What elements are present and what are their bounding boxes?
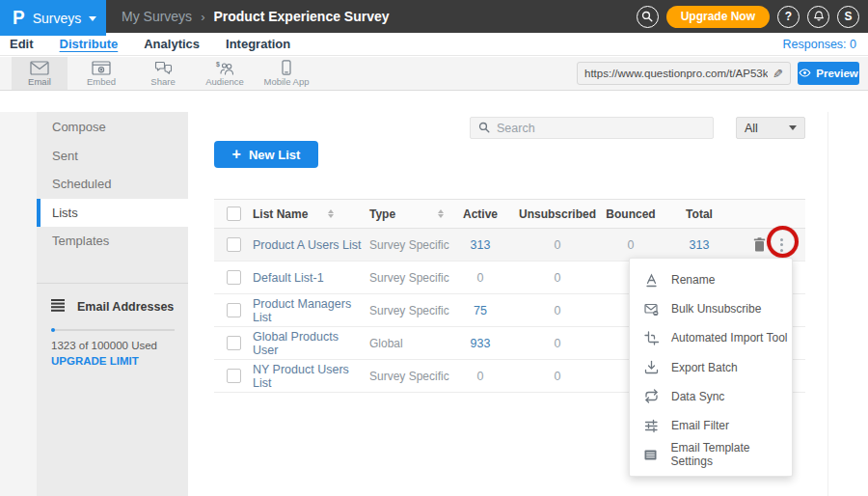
sort-list-name-icon[interactable] (328, 209, 334, 218)
bounced-count[interactable]: 0 (628, 238, 635, 252)
edit-url-icon[interactable]: ✎ (773, 67, 783, 81)
toolbar-share[interactable]: Share (135, 57, 191, 90)
list-options-menu: Rename Bulk Unsubscribe Automated Import… (629, 258, 793, 477)
unsubscribed-count[interactable]: 0 (555, 337, 561, 350)
active-count[interactable]: 0 (477, 271, 484, 285)
menu-item-email-filter[interactable]: Email Filter (630, 411, 792, 440)
responses-count[interactable]: Responses: 0 (783, 38, 856, 51)
toolbar-audience[interactable]: $ Audience (197, 57, 253, 90)
col-unsubscribed: Unsubscribed (511, 207, 604, 221)
email-filter-icon (643, 419, 659, 433)
top-header: Upgrade Now ? S My Surveys › Product Exp… (0, 0, 868, 33)
sidebar-item-lists[interactable]: Lists (37, 199, 188, 228)
survey-tab-bar: Edit Distribute Analytics Integration Re… (0, 33, 868, 56)
menu-item-email-template-settings[interactable]: Email Template Settings (630, 440, 792, 469)
unsubscribed-count[interactable]: 0 (555, 271, 561, 285)
menu-item-data-sync[interactable]: Data Sync (630, 382, 792, 411)
menu-item-rename[interactable]: Rename (630, 265, 792, 294)
tab-distribute[interactable]: Distribute (60, 37, 119, 51)
row-checkbox[interactable] (227, 237, 241, 252)
usage-progress-fill (51, 328, 55, 332)
menu-item-automated-import-tool[interactable]: Automated Import Tool (630, 323, 792, 352)
avatar[interactable]: S (837, 6, 859, 28)
row-checkbox[interactable] (227, 303, 241, 317)
list-name-link[interactable]: NY Product Users List (253, 363, 365, 390)
audience-icon: $ (215, 61, 234, 75)
notifications-bell-icon[interactable] (807, 6, 829, 28)
toolbar-email[interactable]: Email (12, 57, 68, 90)
plus-icon: + (232, 147, 241, 162)
tab-edit[interactable]: Edit (10, 37, 34, 51)
survey-url: https://www.questionpro.com/t/AP53kZgfo (584, 68, 768, 79)
share-icon (153, 61, 173, 75)
sort-type-icon[interactable] (438, 209, 444, 218)
breadcrumb: My Surveys › Product Experience Survey (122, 0, 390, 33)
toolbar-mobile-app[interactable]: Mobile App (258, 57, 314, 90)
breadcrumb-my-surveys[interactable]: My Surveys (122, 9, 192, 24)
delete-list-icon[interactable] (753, 237, 766, 252)
col-total: Total (658, 207, 741, 221)
sidebar-item-sent[interactable]: Sent (37, 142, 188, 171)
select-all-checkbox[interactable] (227, 207, 241, 221)
active-count[interactable]: 313 (471, 238, 491, 252)
search-input-icon (478, 120, 490, 137)
preview-button[interactable]: Preview (798, 62, 859, 85)
total-count[interactable]: 313 (690, 238, 710, 252)
left-gutter (0, 112, 37, 496)
email-template-settings-icon (643, 448, 659, 462)
toolbar-embed[interactable]: Embed (73, 57, 129, 90)
col-bounced: Bounced (604, 207, 658, 221)
search-icon[interactable] (637, 6, 659, 28)
row-checkbox[interactable] (227, 369, 241, 383)
list-name-link[interactable]: Product Managers List (253, 297, 365, 324)
new-list-button[interactable]: + New List (214, 141, 318, 168)
surveys-menu-label: Surveys (33, 11, 82, 26)
email-addresses-section: Email Addresses 1323 of 100000 Used UPGR… (37, 284, 188, 367)
eye-icon (799, 68, 811, 79)
row-checkbox[interactable] (227, 336, 241, 350)
active-count[interactable]: 75 (474, 304, 487, 317)
tab-integration[interactable]: Integration (226, 37, 290, 51)
menu-item-bulk-unsubscribe[interactable]: Bulk Unsubscribe (630, 294, 792, 323)
svg-text:$: $ (216, 61, 220, 69)
bulk-unsubscribe-icon (643, 302, 659, 317)
active-count[interactable]: 933 (471, 337, 491, 350)
col-active: Active (449, 207, 511, 221)
unsubscribed-count[interactable]: 0 (555, 370, 561, 383)
col-list-name: List Name (253, 207, 308, 221)
email-addresses-title: Email Addresses (77, 300, 174, 314)
survey-url-field[interactable]: https://www.questionpro.com/t/AP53kZgfo … (577, 62, 791, 85)
list-search[interactable] (470, 117, 714, 139)
unsubscribed-count[interactable]: 0 (555, 304, 561, 317)
sidebar-item-templates[interactable]: Templates (37, 227, 188, 256)
chevron-down-icon (89, 16, 96, 21)
upgrade-now-button[interactable]: Upgrade Now (666, 6, 770, 28)
list-name-link[interactable]: Product A Users List (253, 238, 362, 252)
surveys-product-menu[interactable]: P Surveys (0, 0, 106, 36)
email-sidebar: Compose Sent Scheduled Lists Templates E… (37, 112, 188, 496)
help-button[interactable]: ? (777, 6, 800, 28)
upgrade-limit-link[interactable]: UPGRADE LIMIT (51, 355, 188, 367)
mobile-app-icon (277, 60, 296, 75)
rename-icon (643, 273, 659, 288)
embed-icon (92, 61, 111, 75)
menu-item-export-batch[interactable]: Export Batch (630, 353, 792, 382)
list-name-link[interactable]: Default List-1 (253, 271, 324, 285)
row-checkbox[interactable] (227, 270, 241, 285)
tab-analytics[interactable]: Analytics (144, 37, 200, 51)
sidebar-item-scheduled[interactable]: Scheduled (37, 170, 188, 199)
dropdown-caret-icon (789, 125, 797, 130)
page-title: Product Experience Survey (213, 9, 389, 24)
search-input[interactable] (497, 122, 705, 135)
export-batch-icon (643, 360, 659, 374)
list-filter-dropdown[interactable]: All (736, 117, 805, 139)
usage-progress-bar (51, 329, 175, 331)
unsubscribed-count[interactable]: 0 (555, 238, 561, 252)
questionpro-logo: P (13, 9, 25, 28)
annotation-highlight-circle (767, 226, 799, 258)
sidebar-item-compose[interactable]: Compose (37, 113, 188, 142)
list-stack-icon (51, 298, 67, 316)
active-count[interactable]: 0 (477, 370, 484, 383)
list-name-link[interactable]: Global Products User (253, 330, 365, 357)
usage-text: 1323 of 100000 Used (51, 340, 188, 351)
